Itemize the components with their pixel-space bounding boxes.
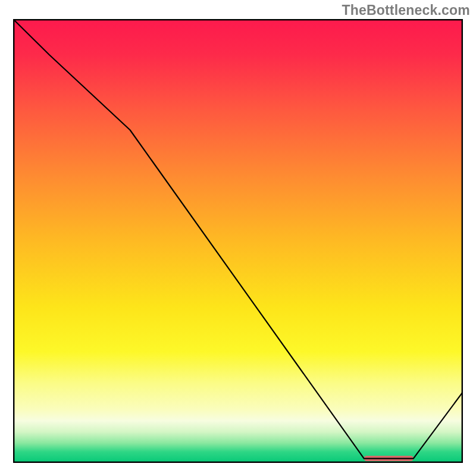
plot-area (13, 19, 463, 463)
attribution-text: TheBottleneck.com (342, 2, 470, 18)
chart-svg (13, 19, 463, 463)
chart-container: TheBottleneck.com (0, 0, 476, 476)
gradient-background (13, 19, 463, 463)
